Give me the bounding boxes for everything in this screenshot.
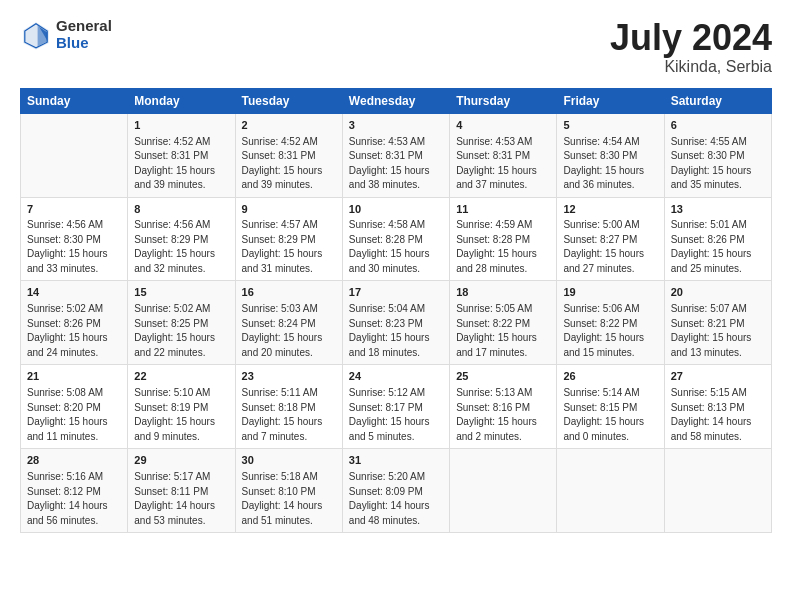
day-number: 4: [456, 118, 550, 134]
calendar-cell: 8Sunrise: 4:56 AM Sunset: 8:29 PM Daylig…: [128, 197, 235, 281]
week-row-1: 1Sunrise: 4:52 AM Sunset: 8:31 PM Daylig…: [21, 113, 772, 197]
calendar-cell: 9Sunrise: 4:57 AM Sunset: 8:29 PM Daylig…: [235, 197, 342, 281]
logo-general-text: General: [56, 18, 112, 35]
day-number: 24: [349, 369, 443, 385]
calendar-cell: 20Sunrise: 5:07 AM Sunset: 8:21 PM Dayli…: [664, 281, 771, 365]
header-row: SundayMondayTuesdayWednesdayThursdayFrid…: [21, 88, 772, 113]
day-number: 20: [671, 285, 765, 301]
calendar-cell: [664, 449, 771, 533]
day-number: 18: [456, 285, 550, 301]
day-number: 29: [134, 453, 228, 469]
calendar-cell: 24Sunrise: 5:12 AM Sunset: 8:17 PM Dayli…: [342, 365, 449, 449]
day-number: 2: [242, 118, 336, 134]
calendar-cell: 4Sunrise: 4:53 AM Sunset: 8:31 PM Daylig…: [450, 113, 557, 197]
day-info: Sunrise: 5:04 AM Sunset: 8:23 PM Dayligh…: [349, 302, 443, 360]
calendar-cell: 29Sunrise: 5:17 AM Sunset: 8:11 PM Dayli…: [128, 449, 235, 533]
day-info: Sunrise: 5:17 AM Sunset: 8:11 PM Dayligh…: [134, 470, 228, 528]
title-block: July 2024 Kikinda, Serbia: [610, 18, 772, 76]
day-number: 16: [242, 285, 336, 301]
day-number: 27: [671, 369, 765, 385]
day-info: Sunrise: 5:20 AM Sunset: 8:09 PM Dayligh…: [349, 470, 443, 528]
day-info: Sunrise: 4:53 AM Sunset: 8:31 PM Dayligh…: [456, 135, 550, 193]
day-info: Sunrise: 5:16 AM Sunset: 8:12 PM Dayligh…: [27, 470, 121, 528]
col-header-saturday: Saturday: [664, 88, 771, 113]
col-header-tuesday: Tuesday: [235, 88, 342, 113]
day-info: Sunrise: 5:06 AM Sunset: 8:22 PM Dayligh…: [563, 302, 657, 360]
week-row-2: 7Sunrise: 4:56 AM Sunset: 8:30 PM Daylig…: [21, 197, 772, 281]
day-number: 3: [349, 118, 443, 134]
calendar-cell: 12Sunrise: 5:00 AM Sunset: 8:27 PM Dayli…: [557, 197, 664, 281]
week-row-3: 14Sunrise: 5:02 AM Sunset: 8:26 PM Dayli…: [21, 281, 772, 365]
calendar-cell: 30Sunrise: 5:18 AM Sunset: 8:10 PM Dayli…: [235, 449, 342, 533]
week-row-4: 21Sunrise: 5:08 AM Sunset: 8:20 PM Dayli…: [21, 365, 772, 449]
day-number: 23: [242, 369, 336, 385]
logo-text: General Blue: [56, 18, 112, 51]
calendar-cell: 3Sunrise: 4:53 AM Sunset: 8:31 PM Daylig…: [342, 113, 449, 197]
calendar-cell: 18Sunrise: 5:05 AM Sunset: 8:22 PM Dayli…: [450, 281, 557, 365]
calendar-cell: 21Sunrise: 5:08 AM Sunset: 8:20 PM Dayli…: [21, 365, 128, 449]
day-info: Sunrise: 4:55 AM Sunset: 8:30 PM Dayligh…: [671, 135, 765, 193]
col-header-wednesday: Wednesday: [342, 88, 449, 113]
day-number: 30: [242, 453, 336, 469]
day-number: 13: [671, 202, 765, 218]
day-number: 15: [134, 285, 228, 301]
calendar-cell: 25Sunrise: 5:13 AM Sunset: 8:16 PM Dayli…: [450, 365, 557, 449]
header: General Blue July 2024 Kikinda, Serbia: [20, 18, 772, 76]
calendar-cell: 14Sunrise: 5:02 AM Sunset: 8:26 PM Dayli…: [21, 281, 128, 365]
day-info: Sunrise: 5:11 AM Sunset: 8:18 PM Dayligh…: [242, 386, 336, 444]
day-number: 21: [27, 369, 121, 385]
day-info: Sunrise: 4:56 AM Sunset: 8:30 PM Dayligh…: [27, 218, 121, 276]
day-info: Sunrise: 4:52 AM Sunset: 8:31 PM Dayligh…: [242, 135, 336, 193]
col-header-sunday: Sunday: [21, 88, 128, 113]
calendar-cell: 31Sunrise: 5:20 AM Sunset: 8:09 PM Dayli…: [342, 449, 449, 533]
day-info: Sunrise: 5:02 AM Sunset: 8:25 PM Dayligh…: [134, 302, 228, 360]
week-row-5: 28Sunrise: 5:16 AM Sunset: 8:12 PM Dayli…: [21, 449, 772, 533]
calendar-cell: 22Sunrise: 5:10 AM Sunset: 8:19 PM Dayli…: [128, 365, 235, 449]
day-number: 9: [242, 202, 336, 218]
day-info: Sunrise: 5:03 AM Sunset: 8:24 PM Dayligh…: [242, 302, 336, 360]
calendar-cell: 15Sunrise: 5:02 AM Sunset: 8:25 PM Dayli…: [128, 281, 235, 365]
col-header-monday: Monday: [128, 88, 235, 113]
day-number: 17: [349, 285, 443, 301]
calendar-cell: 6Sunrise: 4:55 AM Sunset: 8:30 PM Daylig…: [664, 113, 771, 197]
main-title: July 2024: [610, 18, 772, 58]
col-header-thursday: Thursday: [450, 88, 557, 113]
calendar-cell: 16Sunrise: 5:03 AM Sunset: 8:24 PM Dayli…: [235, 281, 342, 365]
day-info: Sunrise: 5:01 AM Sunset: 8:26 PM Dayligh…: [671, 218, 765, 276]
day-number: 7: [27, 202, 121, 218]
calendar-cell: [21, 113, 128, 197]
calendar-cell: 1Sunrise: 4:52 AM Sunset: 8:31 PM Daylig…: [128, 113, 235, 197]
day-number: 22: [134, 369, 228, 385]
day-info: Sunrise: 4:52 AM Sunset: 8:31 PM Dayligh…: [134, 135, 228, 193]
day-number: 12: [563, 202, 657, 218]
calendar-cell: 2Sunrise: 4:52 AM Sunset: 8:31 PM Daylig…: [235, 113, 342, 197]
day-info: Sunrise: 4:58 AM Sunset: 8:28 PM Dayligh…: [349, 218, 443, 276]
day-info: Sunrise: 5:07 AM Sunset: 8:21 PM Dayligh…: [671, 302, 765, 360]
day-info: Sunrise: 5:12 AM Sunset: 8:17 PM Dayligh…: [349, 386, 443, 444]
day-number: 11: [456, 202, 550, 218]
day-info: Sunrise: 5:15 AM Sunset: 8:13 PM Dayligh…: [671, 386, 765, 444]
day-info: Sunrise: 4:53 AM Sunset: 8:31 PM Dayligh…: [349, 135, 443, 193]
day-number: 14: [27, 285, 121, 301]
calendar-cell: 28Sunrise: 5:16 AM Sunset: 8:12 PM Dayli…: [21, 449, 128, 533]
day-info: Sunrise: 5:08 AM Sunset: 8:20 PM Dayligh…: [27, 386, 121, 444]
logo-blue-text: Blue: [56, 35, 112, 52]
day-info: Sunrise: 5:02 AM Sunset: 8:26 PM Dayligh…: [27, 302, 121, 360]
calendar-cell: 23Sunrise: 5:11 AM Sunset: 8:18 PM Dayli…: [235, 365, 342, 449]
subtitle: Kikinda, Serbia: [610, 58, 772, 76]
day-number: 28: [27, 453, 121, 469]
day-info: Sunrise: 5:13 AM Sunset: 8:16 PM Dayligh…: [456, 386, 550, 444]
day-info: Sunrise: 5:18 AM Sunset: 8:10 PM Dayligh…: [242, 470, 336, 528]
calendar-cell: 17Sunrise: 5:04 AM Sunset: 8:23 PM Dayli…: [342, 281, 449, 365]
day-number: 5: [563, 118, 657, 134]
day-number: 19: [563, 285, 657, 301]
col-header-friday: Friday: [557, 88, 664, 113]
calendar-cell: 10Sunrise: 4:58 AM Sunset: 8:28 PM Dayli…: [342, 197, 449, 281]
calendar-cell: [450, 449, 557, 533]
day-number: 6: [671, 118, 765, 134]
day-number: 10: [349, 202, 443, 218]
day-info: Sunrise: 4:59 AM Sunset: 8:28 PM Dayligh…: [456, 218, 550, 276]
day-info: Sunrise: 5:14 AM Sunset: 8:15 PM Dayligh…: [563, 386, 657, 444]
day-number: 8: [134, 202, 228, 218]
day-number: 25: [456, 369, 550, 385]
